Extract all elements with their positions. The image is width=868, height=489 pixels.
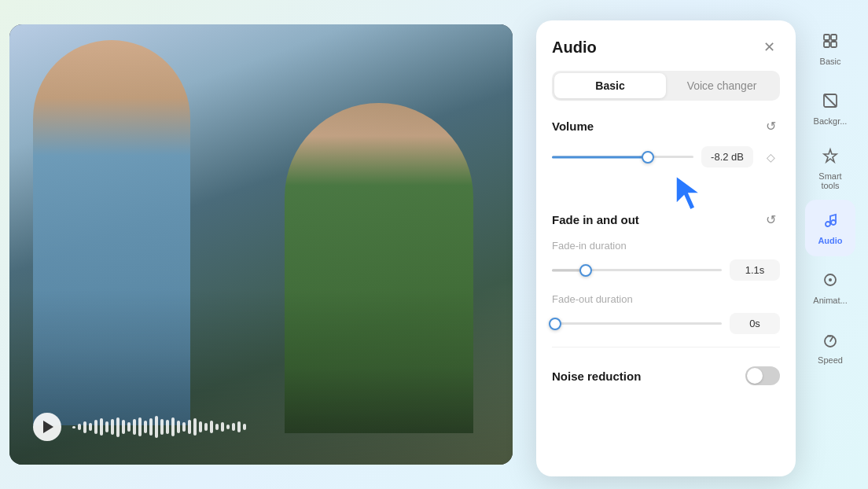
fade-in-slider[interactable] bbox=[552, 263, 722, 278]
waveform-bar bbox=[111, 419, 114, 435]
smart-tools-icon bbox=[822, 147, 839, 168]
noise-reduction-row: Noise reduction bbox=[552, 360, 780, 385]
volume-keyframe-button[interactable]: ◇ bbox=[761, 148, 780, 167]
video-background bbox=[9, 24, 513, 465]
waveform-bar bbox=[160, 419, 164, 435]
play-icon bbox=[43, 421, 53, 433]
svg-line-6 bbox=[824, 94, 837, 107]
sidebar-item-animate[interactable]: Animat... bbox=[805, 259, 855, 316]
waveform-bar bbox=[243, 424, 246, 430]
waveform-bar bbox=[188, 420, 191, 434]
background-icon bbox=[822, 92, 839, 113]
toggle-knob bbox=[747, 368, 763, 384]
sidebar-item-basic[interactable]: Basic bbox=[805, 20, 855, 77]
fade-out-slider-row: 0s bbox=[552, 313, 780, 334]
sidebar-item-audio[interactable]: Audio bbox=[805, 200, 855, 256]
sidebar-item-label-audio: Audio bbox=[818, 236, 842, 245]
divider bbox=[552, 347, 780, 347]
waveform-bar bbox=[105, 421, 108, 432]
cursor-arrow bbox=[668, 172, 708, 215]
volume-section-header: Volume ↺ bbox=[552, 116, 780, 135]
waveform-bar bbox=[133, 419, 136, 435]
svg-rect-3 bbox=[824, 42, 829, 47]
sidebar-item-speed[interactable]: Speed bbox=[805, 319, 855, 376]
fade-title: Fade in and out bbox=[552, 213, 639, 226]
sidebar-item-smart-tools[interactable]: Smarttools bbox=[805, 140, 855, 197]
waveform-bar bbox=[122, 420, 125, 434]
sidebar-item-label-animate: Animat... bbox=[813, 296, 847, 305]
waveform-bar bbox=[72, 426, 75, 428]
waveform-bar bbox=[155, 416, 158, 438]
fade-in-thumb[interactable] bbox=[579, 264, 592, 277]
waveform-bar bbox=[94, 420, 97, 434]
waveform-bar bbox=[149, 418, 153, 436]
noise-reduction-toggle[interactable] bbox=[745, 366, 780, 385]
volume-title: Volume bbox=[552, 119, 594, 133]
video-overlay bbox=[9, 24, 513, 465]
waveform-bar bbox=[237, 421, 241, 432]
tab-basic[interactable]: Basic bbox=[554, 73, 666, 98]
volume-track bbox=[552, 156, 693, 158]
tab-voice-changer[interactable]: Voice changer bbox=[666, 73, 778, 98]
waveform-bar bbox=[182, 422, 186, 432]
right-sidebar: BasicBackgr...SmarttoolsAudioAnimat...Sp… bbox=[802, 20, 859, 414]
sidebar-item-label-basic: Basic bbox=[820, 57, 841, 66]
sidebar-item-background[interactable]: Backgr... bbox=[805, 80, 855, 137]
waveform-bar bbox=[193, 418, 197, 436]
main-container: Audio ✕ Basic Voice changer Volume ↺ -8.… bbox=[9, 13, 859, 476]
waveform-bar bbox=[215, 424, 219, 430]
waveform-bar bbox=[127, 422, 131, 432]
volume-reset-button[interactable]: ↺ bbox=[761, 116, 780, 135]
waveform-bar bbox=[221, 422, 224, 432]
svg-point-10 bbox=[829, 278, 832, 281]
fade-in-value: 1.1s bbox=[730, 259, 780, 281]
svg-rect-1 bbox=[824, 35, 829, 40]
waveform-bar bbox=[210, 421, 213, 433]
speed-icon bbox=[822, 331, 839, 352]
waveform-bar bbox=[177, 421, 180, 433]
waveform-bar bbox=[138, 417, 142, 436]
fade-out-thumb[interactable] bbox=[549, 318, 561, 330]
close-button[interactable]: ✕ bbox=[758, 36, 780, 58]
fade-out-label: Fade-out duration bbox=[552, 293, 780, 305]
volume-thumb[interactable] bbox=[642, 151, 654, 164]
volume-slider[interactable] bbox=[552, 149, 693, 165]
volume-fill bbox=[552, 156, 648, 158]
sidebar-item-label-speed: Speed bbox=[818, 355, 843, 365]
waveform-bar bbox=[100, 418, 103, 436]
fade-section-header: Fade in and out ↺ bbox=[552, 210, 780, 229]
waveform-bar bbox=[199, 421, 202, 432]
fade-in-track bbox=[552, 269, 722, 271]
svg-marker-0 bbox=[676, 176, 700, 210]
fade-out-track bbox=[552, 322, 722, 325]
waveform-bar bbox=[83, 421, 86, 433]
noise-reduction-label: Noise reduction bbox=[552, 370, 641, 383]
waveform-bar bbox=[89, 423, 92, 431]
panel-header: Audio ✕ bbox=[552, 36, 780, 58]
audio-panel: Audio ✕ Basic Voice changer Volume ↺ -8.… bbox=[536, 20, 796, 476]
audio-icon bbox=[822, 211, 839, 233]
waveform bbox=[72, 411, 246, 443]
sidebar-item-label-background: Backgr... bbox=[814, 116, 848, 126]
fade-in-slider-row: 1.1s bbox=[552, 259, 780, 281]
waveform-bar bbox=[226, 425, 230, 429]
fade-reset-button[interactable]: ↺ bbox=[761, 210, 780, 229]
sidebar-item-label-smart-tools: Smarttools bbox=[818, 171, 841, 190]
waveform-bar bbox=[232, 423, 235, 431]
volume-value: -8.2 dB bbox=[701, 146, 753, 167]
tab-bar: Basic Voice changer bbox=[552, 71, 780, 101]
volume-slider-row: -8.2 dB ◇ bbox=[552, 146, 780, 167]
fade-out-value: 0s bbox=[730, 313, 780, 334]
waveform-bar bbox=[204, 423, 208, 431]
video-area bbox=[9, 24, 513, 465]
waveform-bar bbox=[78, 424, 81, 430]
svg-point-8 bbox=[831, 220, 836, 225]
svg-rect-4 bbox=[831, 42, 837, 47]
fade-out-slider[interactable] bbox=[552, 316, 722, 332]
waveform-bar bbox=[166, 420, 169, 434]
basic-icon bbox=[822, 32, 839, 53]
animate-icon bbox=[822, 271, 839, 292]
waveform-bar bbox=[144, 421, 147, 433]
play-button[interactable] bbox=[33, 413, 61, 441]
svg-point-7 bbox=[826, 222, 830, 226]
